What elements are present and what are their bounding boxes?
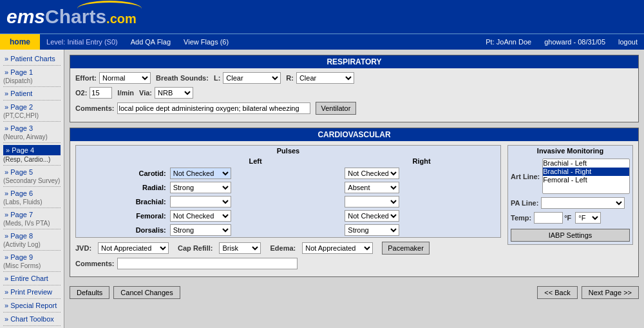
art-line-label: Art Line: [511, 173, 540, 180]
iabp-button[interactable]: IABP Settings [511, 229, 630, 242]
invasive-body: Art Line: Brachial - Left Brachial - Rig… [508, 156, 632, 244]
sidebar-page7[interactable]: » Page 7 [3, 210, 61, 219]
sidebar-page2-sub: (PT,CC,HPI) [3, 112, 39, 119]
lmin-label: l/min [117, 89, 134, 97]
sidebar-page9[interactable]: » Page 9 [3, 253, 61, 262]
femoral-right-select[interactable]: Not Checked Strong Weak Absent [345, 210, 399, 222]
resp-comments-input[interactable] [117, 102, 310, 114]
nav-view-flags[interactable]: View Flags (6) [177, 36, 235, 48]
effort-select[interactable]: Normal Labored Agonal None [99, 72, 151, 84]
via-select[interactable]: NRB NC Mask BVM [155, 87, 193, 99]
brachial-right-select[interactable]: Not Checked Strong Weak [345, 196, 399, 207]
sidebar-print-preview[interactable]: » Print Preview [3, 287, 61, 296]
sidebar-patient-charts[interactable]: » Patient Charts [3, 54, 61, 63]
nav-patient: Pt: JoAnn Doe [479, 36, 538, 48]
respiratory-panel: RESPIRATORY Effort: Normal Labored Agona… [70, 55, 639, 122]
radial-right-select[interactable]: Not Checked Strong Weak Absent [345, 182, 399, 193]
pulses-title: Pulses [76, 146, 500, 156]
sidebar-page8[interactable]: » Page 8 [3, 231, 61, 240]
pulses-col-name [76, 156, 168, 166]
sidebar: » Patient Charts » Page 1 (Dispatch) » P… [0, 50, 64, 328]
nav-level: Level: Initial Entry (S0) [40, 36, 124, 48]
femoral-right-cell: Not Checked Strong Weak Absent [343, 209, 500, 223]
radial-left-cell: Not Checked Strong Weak Absent [168, 180, 343, 195]
radial-left-select[interactable]: Not Checked Strong Weak Absent [170, 182, 231, 193]
edema-select[interactable]: Not Appreciated Appreciated Trace 1+ [302, 242, 373, 254]
jvd-select[interactable]: Not Appreciated Appreciated Distended [98, 242, 169, 254]
sidebar-page6-sub: (Labs, Fluids) [3, 198, 43, 206]
femoral-label: Femoral: [76, 209, 168, 223]
breath-left-select[interactable]: Clear Wheezes Crackles Absent [223, 72, 281, 84]
nav-home[interactable]: home [0, 34, 40, 50]
sidebar-page8-sub: (Activity Log) [3, 241, 41, 248]
dorsalis-left-select[interactable]: Not Checked Strong Weak Absent [170, 224, 231, 236]
effort-label: Effort: [75, 74, 97, 82]
table-row: Carotid: Not Checked Strong Weak Absent [76, 166, 500, 180]
edema-label: Edema: [270, 244, 296, 252]
invasive-title: Invasive Monitoring [508, 146, 632, 156]
cap-refill-select[interactable]: Brisk Delayed Absent [219, 242, 261, 254]
sidebar-page7-sub: (Meds, IVs PTA) [3, 220, 50, 227]
cv-comments-label: Comments: [75, 260, 115, 267]
pulses-col-right: Right [343, 156, 500, 166]
l-label: L: [214, 74, 220, 82]
table-row: Femoral: Not Checked Strong Weak Absent [76, 209, 500, 223]
logo-ems: ems [6, 6, 45, 28]
sidebar-special-report[interactable]: » Special Report [3, 301, 61, 310]
next-page-button[interactable]: Next Page >> [582, 286, 639, 299]
sidebar-page2[interactable]: » Page 2 [3, 102, 61, 111]
sidebar-patient[interactable]: » Patient [3, 89, 61, 98]
content-area: RESPIRATORY Effort: Normal Labored Agona… [64, 50, 644, 328]
sidebar-page3-sub: (Neuro, Airway) [3, 133, 48, 140]
table-row: Radial: Not Checked Strong Weak Absent [76, 180, 500, 195]
invasive-monitoring-panel: Invasive Monitoring Art Line: Brachial -… [507, 145, 633, 273]
pulses-col-left: Left [168, 156, 343, 166]
carotid-left-select[interactable]: Not Checked Strong Weak Absent [170, 168, 231, 179]
pa-line-select[interactable] [541, 197, 625, 209]
carotid-right-cell: Not Checked Strong Weak Absent [343, 166, 500, 180]
sidebar-page6[interactable]: » Page 6 [3, 189, 61, 198]
femoral-left-select[interactable]: Not Checked Strong Weak Absent [170, 210, 231, 222]
temp-unit-select[interactable]: °F °C [575, 212, 601, 224]
respiratory-body: Effort: Normal Labored Agonal None Breat… [70, 68, 638, 122]
temp-input[interactable] [534, 212, 563, 224]
sidebar-page4-sub: (Resp, Cardio...) [3, 156, 50, 163]
sidebar-page5[interactable]: » Page 5 [3, 168, 61, 177]
art-line-select[interactable]: Brachial - Left Brachial - Right Femoral… [542, 159, 630, 194]
pulses-panel: Pulses Left Right [75, 145, 501, 238]
action-buttons: Defaults Cancel Changes << Back Next Pag… [70, 282, 639, 300]
pa-line-label: PA Line: [511, 199, 538, 207]
sidebar-page1[interactable]: » Page 1 [3, 68, 61, 77]
nav-add-qa[interactable]: Add QA Flag [124, 36, 177, 48]
sidebar-page4-active[interactable]: » Page 4 [3, 145, 61, 155]
breath-right-select[interactable]: Clear Wheezes Crackles Absent [296, 72, 354, 84]
defaults-button[interactable]: Defaults [70, 286, 109, 299]
temp-unit: °F [564, 214, 571, 222]
carotid-right-select[interactable]: Not Checked Strong Weak Absent [345, 168, 399, 179]
breath-sounds-label: Breath Sounds: [156, 74, 209, 82]
r-label: R: [286, 74, 294, 82]
logo: ems Charts .com [6, 6, 137, 28]
sidebar-page9-sub: (Misc Forms) [3, 262, 41, 269]
femoral-left-cell: Not Checked Strong Weak Absent [168, 209, 343, 223]
sidebar-entire-chart[interactable]: » Entire Chart [3, 274, 61, 283]
cv-comments-input[interactable] [117, 258, 298, 269]
sidebar-page3[interactable]: » Page 3 [3, 124, 61, 133]
pacemaker-button[interactable]: Pacemaker [382, 242, 430, 255]
jvd-label: JVD: [75, 244, 91, 252]
nav-logout[interactable]: logout [612, 36, 644, 48]
cancel-changes-button[interactable]: Cancel Changes [113, 286, 180, 299]
temp-label: Temp: [511, 214, 531, 222]
cardiovascular-panel: CARDIOVASCULAR Pulses Left Right [70, 128, 639, 277]
ventilator-button[interactable]: Ventilator [316, 102, 357, 115]
invasive-container: Invasive Monitoring Art Line: Brachial -… [507, 145, 633, 245]
table-row: Brachial: Not Checked Strong Weak [76, 195, 500, 209]
radial-right-cell: Not Checked Strong Weak Absent [343, 180, 500, 195]
sidebar-chart-toolbox[interactable]: » Chart Toolbox [3, 314, 61, 323]
dorsalis-label: Dorsalis: [76, 223, 168, 237]
dorsalis-right-select[interactable]: Not Checked Strong Weak Absent [345, 224, 399, 236]
carotid-label: Carotid: [76, 166, 168, 180]
brachial-left-select[interactable]: Not Checked Strong Weak [170, 196, 231, 207]
o2-input[interactable] [90, 87, 112, 99]
back-button[interactable]: << Back [537, 286, 577, 299]
